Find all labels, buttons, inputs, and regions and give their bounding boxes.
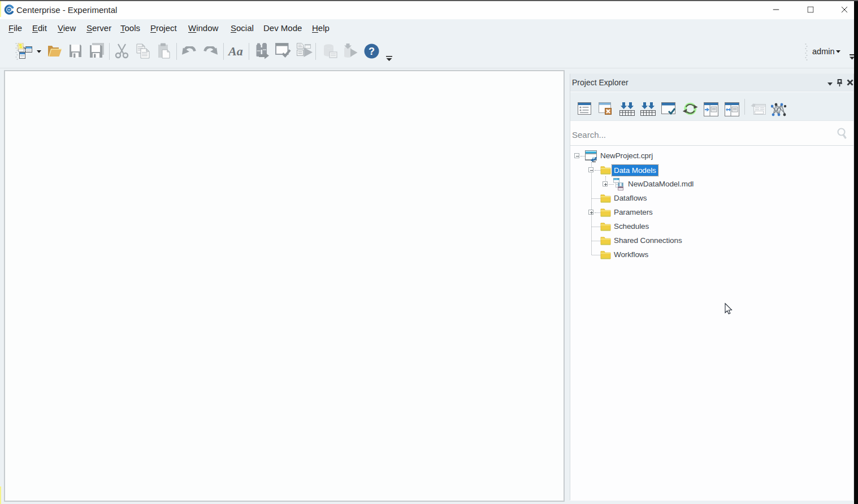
svg-text:?: ? bbox=[369, 46, 375, 57]
